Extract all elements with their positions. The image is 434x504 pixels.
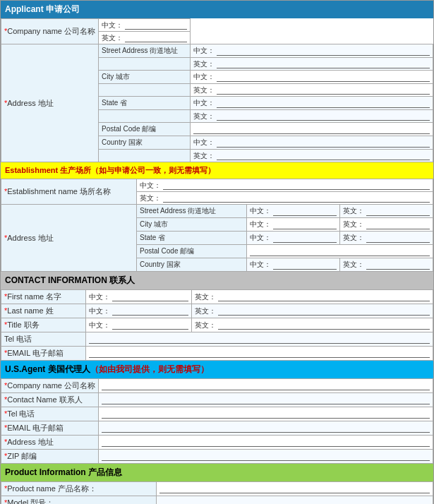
estab-state-cn-cell[interactable]: 中文： <box>247 232 340 245</box>
model-row: *Model 型号： <box>1 496 433 505</box>
estab-country-en-cell[interactable]: 英文： <box>340 258 433 272</box>
agent-zip-cell[interactable] <box>99 450 433 464</box>
product-name-cell[interactable] <box>157 482 433 496</box>
agent-tel-row: *Tel 电话 <box>1 407 433 421</box>
estab-city-cn-cell[interactable]: 中文： <box>247 218 340 232</box>
contact-email-cell[interactable] <box>86 347 433 361</box>
establishment-table: *Establishment name 场所名称 中文： 英文： *Addres… <box>1 179 433 272</box>
agent-tel-cell[interactable] <box>99 407 433 421</box>
company-name-en-cell[interactable]: 英文： <box>99 32 191 44</box>
product-name-label: *Product name 产品名称： <box>1 482 157 496</box>
city-sublabel: City 城市 <box>99 71 191 84</box>
contact-email-row: *EMAIL 电子邮箱 <box>1 347 433 361</box>
first-name-en-cell[interactable]: 英文： <box>192 290 433 304</box>
product-name-row: *Product name 产品名称： <box>1 482 433 496</box>
agent-address-cell[interactable] <box>99 436 433 450</box>
company-name-row: *Company name 公司名称 中文： <box>1 19 433 32</box>
estab-state-sublabel: State 省 <box>137 232 247 245</box>
agent-company-row: *Company name 公司名称 <box>1 379 433 393</box>
city-en-cell[interactable]: 英文： <box>191 84 433 97</box>
postal-cell[interactable] <box>191 123 433 136</box>
state-sublabel: State 省 <box>99 97 191 110</box>
estab-name-row: *Establishment name 场所名称 中文： <box>1 179 433 192</box>
agent-header: U.S.Agent 美国代理人（如由我司提供，则无需填写） <box>1 361 433 378</box>
last-name-cn-cell[interactable]: 中文： <box>86 304 192 318</box>
contact-table: *First name 名字 中文： 英文： *Last name 姓 <box>1 289 433 361</box>
model-label: *Model 型号： <box>1 496 157 505</box>
agent-address-row: *Address 地址 <box>1 436 433 450</box>
agent-contact-label: *Contact Name 联系人 <box>1 393 99 407</box>
estab-name-cn-cell[interactable]: 中文： <box>137 179 433 192</box>
agent-email-row: *EMAIL 电子邮箱 <box>1 421 433 436</box>
state-en-cell[interactable]: 英文： <box>191 110 433 123</box>
estab-street-row: *Address 地址 Street Address 街道地址 中文： 英文： <box>1 205 433 218</box>
street-en-sublabel <box>99 58 191 71</box>
contact-email-label: *EMAIL 电子邮箱 <box>1 347 86 361</box>
agent-zip-label: *ZIP 邮编 <box>1 450 99 464</box>
address-street-row: *Address 地址 Street Address 街道地址 中文： <box>1 44 433 58</box>
first-name-cn-cell[interactable]: 中文： <box>86 290 192 304</box>
agent-address-label: *Address 地址 <box>1 436 99 450</box>
postal-sublabel: Postal Code 邮编 <box>99 123 191 136</box>
last-name-en-cell[interactable]: 英文： <box>192 304 433 318</box>
agent-company-label: *Company name 公司名称 <box>1 379 99 393</box>
first-name-label: *First name 名字 <box>1 290 86 304</box>
estab-street-en-cell[interactable]: 英文： <box>340 205 433 218</box>
agent-email-cell[interactable] <box>99 421 433 436</box>
agent-table: *Company name 公司名称 *Contact Name 联系人 *Te… <box>1 378 433 464</box>
contact-tel-row: Tel 电话 <box>1 332 433 347</box>
estab-address-label: *Address 地址 <box>1 205 137 272</box>
title-row: *Title 职务 中文： 英文： <box>1 318 433 332</box>
estab-postal-sublabel: Postal Code 邮编 <box>137 245 247 258</box>
estab-city-sublabel: City 城市 <box>137 218 247 232</box>
agent-contact-row: *Contact Name 联系人 <box>1 393 433 407</box>
state-cn-cell[interactable]: 中文： <box>191 97 433 110</box>
estab-postal-cell[interactable] <box>247 245 433 258</box>
product-header: Product Information 产品信息 <box>1 464 433 481</box>
agent-company-cell[interactable] <box>99 379 433 393</box>
agent-zip-row: *ZIP 邮编 <box>1 450 433 464</box>
title-label: *Title 职务 <box>1 318 86 332</box>
company-name-cn-cell[interactable]: 中文： <box>99 19 191 32</box>
estab-street-sublabel: Street Address 街道地址 <box>137 205 247 218</box>
street-cn-cell[interactable]: 中文： <box>191 44 433 58</box>
estab-country-cn-cell[interactable]: 中文： <box>247 258 340 272</box>
agent-contact-cell[interactable] <box>99 393 433 407</box>
estab-country-sublabel: Country 国家 <box>137 258 247 272</box>
last-name-row: *Last name 姓 中文： 英文： <box>1 304 433 318</box>
estab-state-en-cell[interactable]: 英文： <box>340 232 433 245</box>
estab-street-cn-cell[interactable]: 中文： <box>247 205 340 218</box>
title-cn-cell[interactable]: 中文： <box>86 318 192 332</box>
estab-name-label: *Establishment name 场所名称 <box>1 179 137 205</box>
form-container: Applicant 申请公司 *Company name 公司名称 中文： 英文… <box>0 0 434 504</box>
product-table: *Product name 产品名称： *Model 型号： *Related … <box>1 481 433 504</box>
street-sublabel: Street Address 街道地址 <box>99 44 191 58</box>
city-cn-cell[interactable]: 中文： <box>191 71 433 84</box>
estab-name-en-cell[interactable]: 英文： <box>137 192 433 205</box>
agent-email-label: *EMAIL 电子邮箱 <box>1 421 99 436</box>
estab-city-en-cell[interactable]: 英文： <box>340 218 433 232</box>
applicant-table: *Company name 公司名称 中文： 英文： *Address 地址 <box>1 18 433 162</box>
title-en-cell[interactable]: 英文： <box>192 318 433 332</box>
contact-tel-cell[interactable] <box>86 332 433 347</box>
street-en-cell[interactable]: 英文： <box>191 58 433 71</box>
country-en-cell[interactable]: 英文： <box>191 150 433 162</box>
last-name-label: *Last name 姓 <box>1 304 86 318</box>
address-label: *Address 地址 <box>1 44 99 162</box>
company-name-label: *Company name 公司名称 <box>1 19 99 44</box>
contact-header: CONTACT INFORMATION 联系人 <box>1 272 433 289</box>
country-cn-cell[interactable]: 中文： <box>191 136 433 150</box>
model-cell[interactable] <box>157 496 433 505</box>
contact-tel-label: Tel 电话 <box>1 332 86 347</box>
agent-tel-label: *Tel 电话 <box>1 407 99 421</box>
applicant-header: Applicant 申请公司 <box>1 1 433 18</box>
first-name-row: *First name 名字 中文： 英文： <box>1 290 433 304</box>
country-sublabel: Country 国家 <box>99 136 191 150</box>
establishment-header: Establishment 生产场所（如与申请公司一致，则无需填写） <box>1 162 433 179</box>
